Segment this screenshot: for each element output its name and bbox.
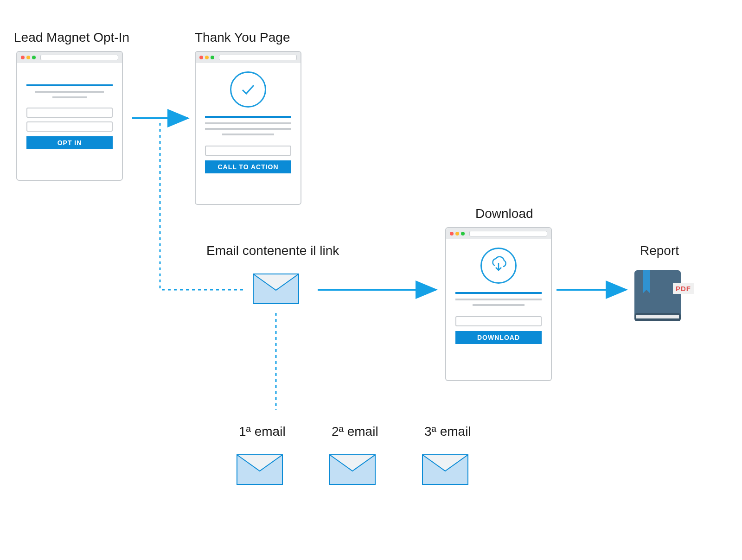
pdf-book-icon: PDF: [631, 267, 691, 329]
text-line: [455, 299, 542, 300]
dot-red-icon: [450, 232, 454, 235]
text-line: [52, 96, 87, 98]
label-email-link: Email contenente il link: [206, 243, 339, 258]
heading-line: [26, 84, 113, 86]
browser-thank-you: CALL TO ACTION: [195, 51, 301, 205]
envelope-icon: [253, 274, 299, 304]
text-line: [205, 128, 291, 130]
label-download: Download: [475, 206, 533, 221]
dot-green-icon: [461, 232, 465, 235]
cta-button[interactable]: CALL TO ACTION: [205, 160, 291, 173]
address-bar: [40, 55, 118, 60]
dot-yellow-icon: [26, 56, 30, 59]
dot-yellow-icon: [455, 232, 459, 235]
download-button[interactable]: DOWNLOAD: [455, 331, 542, 344]
svg-rect-6: [636, 315, 679, 318]
pdf-tag: PDF: [673, 283, 694, 294]
dot-green-icon: [211, 56, 214, 59]
checkmark-icon: [230, 71, 266, 108]
envelope-icon: [329, 454, 376, 485]
input-field[interactable]: [26, 108, 113, 118]
label-thank-you: Thank You Page: [195, 30, 290, 45]
input-field[interactable]: [455, 316, 542, 326]
envelope-icon: [422, 454, 468, 485]
text-line: [205, 122, 291, 124]
text-line: [473, 304, 525, 306]
label-email3: 3ª email: [424, 424, 471, 439]
opt-in-button[interactable]: OPT IN: [26, 136, 113, 149]
browser-chrome: [446, 228, 551, 239]
dot-green-icon: [32, 56, 36, 59]
heading-line: [455, 292, 542, 294]
envelope-icon: [237, 454, 283, 485]
address-bar: [219, 55, 297, 60]
browser-chrome: [196, 52, 301, 63]
dot-yellow-icon: [205, 56, 209, 59]
cloud-download-icon: [480, 248, 517, 284]
address-bar: [469, 231, 547, 236]
label-email1: 1ª email: [239, 424, 286, 439]
input-field[interactable]: [26, 121, 113, 132]
heading-line: [205, 116, 291, 118]
dot-red-icon: [199, 56, 203, 59]
label-report: Report: [640, 243, 679, 258]
browser-chrome: [17, 52, 122, 63]
label-email2: 2ª email: [332, 424, 378, 439]
dot-red-icon: [21, 56, 25, 59]
text-line: [222, 134, 274, 135]
input-field[interactable]: [205, 146, 291, 156]
text-line: [35, 91, 104, 93]
label-opt-in: Lead Magnet Opt-In: [14, 30, 129, 45]
browser-opt-in: OPT IN: [16, 51, 123, 181]
browser-download: DOWNLOAD: [445, 227, 552, 381]
